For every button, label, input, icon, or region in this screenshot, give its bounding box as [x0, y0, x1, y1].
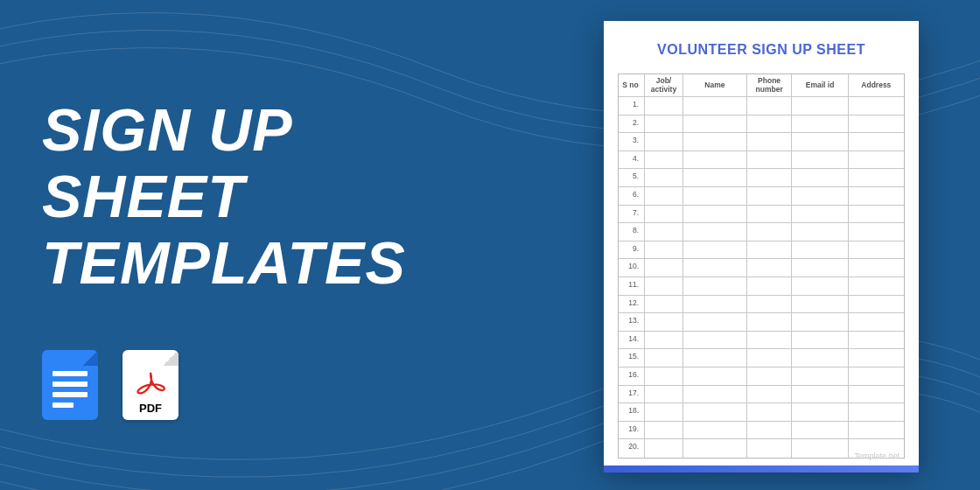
- cell: [747, 296, 793, 314]
- cell: [792, 242, 848, 260]
- cell: 18.: [619, 403, 645, 422]
- cell: [683, 187, 747, 206]
- cell: [683, 368, 747, 386]
- cell: 5.: [619, 169, 645, 187]
- sheet-title: VOLUNTEER SIGN UP SHEET: [618, 42, 905, 58]
- table-row: 8.: [619, 223, 904, 242]
- cell: [683, 259, 747, 277]
- table-row: 17.: [619, 386, 904, 404]
- cell: [792, 259, 848, 277]
- cell: [792, 439, 848, 458]
- cell: [747, 277, 793, 296]
- table-row: 19.: [619, 422, 904, 440]
- table-row: 18.: [619, 403, 904, 422]
- cell: [683, 332, 747, 350]
- table-row: 2.: [619, 116, 904, 134]
- cell: [645, 403, 683, 422]
- table-row: 7.: [619, 206, 904, 224]
- doc-lines-icon: [52, 371, 88, 413]
- table-row: 12.: [619, 296, 904, 314]
- cell: [849, 313, 904, 332]
- cell: [792, 386, 848, 404]
- cell: [792, 151, 848, 170]
- cell: [792, 368, 848, 386]
- cell: [849, 187, 904, 206]
- cell: [747, 332, 793, 350]
- cell: 17.: [619, 386, 645, 404]
- cell: 20.: [619, 439, 645, 458]
- cell: [747, 259, 793, 277]
- cell: [683, 313, 747, 332]
- cell: [683, 133, 747, 151]
- cell: [747, 386, 793, 404]
- cell: 14.: [619, 332, 645, 350]
- cell: 2.: [619, 116, 645, 134]
- cell: [792, 332, 848, 350]
- cell: [747, 223, 793, 242]
- cell: [683, 403, 747, 422]
- table-row: 4.: [619, 151, 904, 170]
- cell: 7.: [619, 206, 645, 224]
- cell: [849, 97, 904, 116]
- template-preview: VOLUNTEER SIGN UP SHEET S no Job/ activi…: [604, 21, 919, 467]
- cell: [683, 151, 747, 170]
- watermark: Template.net: [854, 452, 900, 460]
- cell: [683, 296, 747, 314]
- col-phone: Phone number: [747, 74, 793, 97]
- cell: [849, 206, 904, 224]
- table-row: 13.: [619, 313, 904, 332]
- col-name: Name: [683, 74, 747, 97]
- col-sno: S no: [619, 74, 645, 97]
- cell: [792, 403, 848, 422]
- pdf-label: PDF: [139, 402, 162, 415]
- adobe-pdf-glyph-icon: [135, 370, 166, 402]
- cell: [849, 332, 904, 350]
- signup-table: S no Job/ activity Name Phone number Ema…: [618, 74, 905, 458]
- cell: [645, 349, 683, 368]
- cell: [792, 277, 848, 296]
- headline-line3: TEMPLATES: [42, 229, 406, 296]
- cell: [747, 97, 793, 116]
- cell: [645, 242, 683, 260]
- cell: [792, 116, 848, 134]
- cell: [747, 116, 793, 134]
- cell: 10.: [619, 259, 645, 277]
- col-job: Job/ activity: [645, 74, 683, 97]
- cell: [849, 116, 904, 134]
- cell: [645, 313, 683, 332]
- cell: [747, 368, 793, 386]
- cell: [683, 277, 747, 296]
- headline: SIGN UP SHEET TEMPLATES: [42, 96, 406, 296]
- cell: [645, 259, 683, 277]
- cell: 8.: [619, 223, 645, 242]
- pdf-icon: PDF: [122, 350, 178, 420]
- table-row: 6.: [619, 187, 904, 206]
- cell: [683, 169, 747, 187]
- cell: 13.: [619, 313, 645, 332]
- cell: [792, 313, 848, 332]
- headline-line1: SIGN UP: [42, 96, 406, 163]
- table-row: 11.: [619, 277, 904, 296]
- cell: [747, 133, 793, 151]
- cell: [683, 206, 747, 224]
- cell: [683, 439, 747, 458]
- cell: [747, 349, 793, 368]
- cell: [747, 169, 793, 187]
- cell: [645, 151, 683, 170]
- cell: [849, 403, 904, 422]
- table-row: 5.: [619, 169, 904, 187]
- cell: [645, 133, 683, 151]
- page-fold-icon: [163, 350, 178, 366]
- cell: [792, 422, 848, 440]
- filetype-icons: PDF: [42, 350, 178, 420]
- cell: [849, 277, 904, 296]
- col-email: Email id: [792, 74, 848, 97]
- table-row: 10.: [619, 259, 904, 277]
- cell: [747, 242, 793, 260]
- cell: [645, 187, 683, 206]
- cell: [645, 439, 683, 458]
- cell: [645, 422, 683, 440]
- cell: [849, 151, 904, 170]
- cell: [683, 97, 747, 116]
- cell: [792, 349, 848, 368]
